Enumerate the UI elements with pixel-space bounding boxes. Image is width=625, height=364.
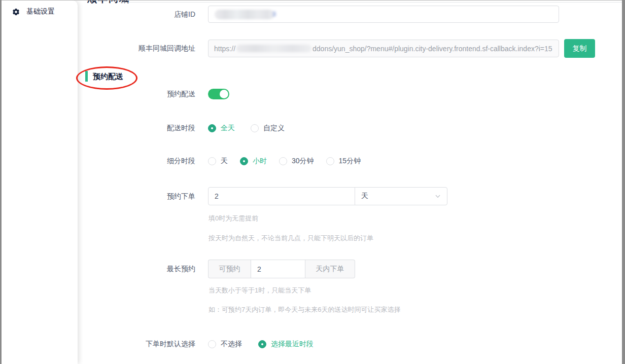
delivery-period-radio-group: 全天 自定义 bbox=[208, 123, 285, 133]
callback-url-input[interactable]: https:// ddons/yun_shop/?menu#/plugin.ci… bbox=[208, 40, 559, 57]
sidebar: 基础设置 bbox=[2, 1, 78, 364]
callback-url-label: 顺丰同城回调地址 bbox=[78, 40, 195, 57]
section-accent-bar bbox=[85, 71, 88, 82]
radio-no-select[interactable]: 不选择 bbox=[208, 340, 242, 349]
max-reserve-help-2: 如：可预约7天内订单，即今天与未来6天的送达时间可让买家选择 bbox=[209, 305, 400, 314]
delivery-period-label: 配送时段 bbox=[78, 123, 195, 133]
radio-30min[interactable]: 30分钟 bbox=[279, 157, 314, 166]
window-border-right[interactable] bbox=[622, 0, 625, 364]
radio-dot bbox=[251, 124, 259, 132]
radio-15min[interactable]: 15分钟 bbox=[326, 157, 361, 166]
top-divider bbox=[121, 2, 622, 3]
shop-id-input[interactable]: 3 bbox=[208, 6, 559, 23]
callback-url-prefix: https:// bbox=[214, 45, 235, 53]
reserve-delivery-toggle[interactable] bbox=[208, 89, 229, 99]
radio-custom[interactable]: 自定义 bbox=[251, 124, 285, 133]
radio-nearest-period[interactable]: 选择最近时段 bbox=[258, 340, 314, 349]
unit-select-value: 天 bbox=[361, 192, 368, 201]
radio-dot bbox=[326, 157, 334, 165]
default-select-radio-group: 不选择 选择最近时段 bbox=[208, 339, 314, 349]
radio-day[interactable]: 天 bbox=[208, 157, 228, 166]
reserve-toggle-label: 预约配送 bbox=[78, 88, 195, 100]
radio-dot bbox=[279, 157, 287, 165]
copy-button[interactable]: 复制 bbox=[564, 39, 595, 58]
default-select-label: 下单时默认选择 bbox=[78, 339, 195, 349]
radio-dot bbox=[240, 157, 248, 165]
granularity-radio-group: 天 小时 30分钟 15分钟 bbox=[208, 156, 361, 166]
granularity-label: 细分时段 bbox=[78, 156, 195, 166]
section-title-reserve-delivery: 预约配送 bbox=[93, 72, 123, 82]
radio-all-day[interactable]: 全天 bbox=[208, 124, 235, 133]
window-border-top bbox=[0, 0, 625, 1]
sidebar-item-basic-settings[interactable]: 基础设置 bbox=[2, 1, 78, 23]
radio-dot bbox=[208, 124, 216, 132]
unit-select[interactable]: 天 bbox=[355, 187, 447, 205]
radio-dot bbox=[208, 340, 216, 348]
radio-dot bbox=[258, 340, 266, 348]
settings-form: 顺丰同城 店铺ID 3 顺丰同城回调地址 https:// ddons/yun_… bbox=[78, 1, 622, 364]
max-reserve-input-group: 可预约 天内下单 bbox=[208, 260, 355, 278]
window-border-left bbox=[0, 0, 2, 364]
advance-order-help-1: 填0时为无需提前 bbox=[209, 214, 258, 223]
sidebar-item-label: 基础设置 bbox=[26, 7, 55, 16]
callback-url-suffix: ddons/yun_shop/?menu#/plugin.city-delive… bbox=[312, 45, 552, 53]
max-reserve-input[interactable] bbox=[251, 260, 305, 278]
advance-order-help-2: 按天时为自然天，不论当前几点，只能下明天以后的订单 bbox=[209, 234, 373, 243]
max-reserve-prepend: 可预约 bbox=[208, 260, 251, 278]
redacted-shop-id-value: 3 bbox=[215, 10, 274, 19]
shop-id-label: 店铺ID bbox=[78, 6, 195, 23]
max-reserve-help-1: 当天数小于等于1时，只能当天下单 bbox=[209, 286, 311, 295]
gear-icon bbox=[12, 8, 20, 16]
chevron-down-icon bbox=[435, 193, 441, 199]
advance-order-label: 预约下单 bbox=[78, 187, 195, 205]
max-reserve-append: 天内下单 bbox=[305, 260, 355, 278]
redacted-url-segment bbox=[236, 45, 311, 52]
radio-hour[interactable]: 小时 bbox=[240, 157, 267, 166]
max-reserve-label: 最长预约 bbox=[78, 260, 195, 278]
advance-order-input[interactable] bbox=[208, 187, 355, 205]
radio-dot bbox=[208, 157, 216, 165]
